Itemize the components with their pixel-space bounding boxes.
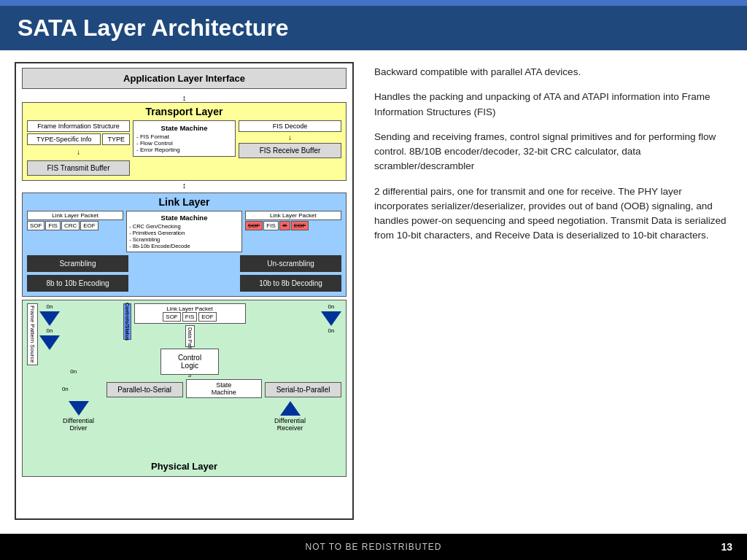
phy-data-path-col: Data Path Destination <box>185 325 195 347</box>
phy-fis: FIS <box>182 312 197 322</box>
transport-row: Frame Information Structure TYPE-Specifi… <box>27 120 341 176</box>
phy-top-section: Frame Pattern Source 0n 0n 0n <box>27 303 341 375</box>
on-label-6: 0n <box>27 386 104 392</box>
data-path-destination-label: Data Path Destination <box>185 325 195 347</box>
phy-sof: SOF <box>163 312 180 322</box>
controls-status-label: Controls/Status <box>123 303 131 340</box>
phy-link-packet-cells: SOF FIS EOF <box>136 312 244 322</box>
phy-left-top: Frame Pattern Source 0n 0n <box>27 303 60 365</box>
phy-right-section: 0n 0n <box>249 303 342 334</box>
transport-right-col: FIS Decode ↓ FIS Receive Buffer <box>239 120 341 158</box>
phy-state-machine-box: State Machine <box>186 379 263 398</box>
diagram-inner: Application Layer Interface ↕ Transport … <box>16 68 352 520</box>
physical-layer-title: Physical Layer <box>27 461 341 472</box>
frame-pattern-col: Frame Pattern Source <box>27 303 38 365</box>
on-label-4: 0n <box>328 303 335 310</box>
link-left-section: Link Layer Packet SOF FIS CRC EOF <box>27 211 123 230</box>
crc-cell-right: ✕ <box>279 221 290 230</box>
text-para-1: Backward compatible with parallel ATA de… <box>374 65 727 79</box>
link-sm-details: - CRC Gen/Checking - Primitives Generati… <box>129 223 239 249</box>
phy-eof: EOF <box>198 312 216 322</box>
crc-cell-left: CRC <box>61 221 80 230</box>
diff-driver-label: Differential Driver <box>27 417 130 432</box>
phy-state-machine-box-container: State Machine <box>186 379 263 398</box>
link-packet-label-left: Link Layer Packet <box>27 211 123 220</box>
phy-arrows-right: 0n 0n <box>321 303 341 334</box>
phy-link-packet-label: Link Layer Packet SOF FIS EOF <box>134 303 246 324</box>
type-specific-info-box: TYPE-Specific Info <box>27 133 101 145</box>
sof-cell-left: SOF <box>27 221 44 230</box>
physical-layer-box: Frame Pattern Source 0n 0n 0n <box>22 300 347 477</box>
link-state-machine-box: State Machine - CRC Gen/Checking - Primi… <box>126 211 242 252</box>
phy-serial-row: 0n Parallel-to-Serial State Machine Seri… <box>27 379 341 398</box>
phy-on-bottom-left: 0n <box>27 386 104 392</box>
app-layer-box: Application Layer Interface <box>22 68 347 89</box>
eof-cell-left: EOF <box>80 221 98 230</box>
type-row: TYPE-Specific Info TYPE <box>27 133 130 145</box>
sof-fis-row-right: SOF FIS ✕ EOF <box>245 221 341 230</box>
phy-center-section: Link Layer Packet SOF FIS EOF Data Path … <box>134 303 246 375</box>
transport-link-arrow: ↕ <box>22 181 347 190</box>
frame-pattern-label: Frame Pattern Source <box>27 303 38 365</box>
main-content: Application Layer Interface ↕ Transport … <box>0 50 747 532</box>
receive-arrow: ↓ <box>239 133 341 141</box>
app-layer-label: Application Layer Interface <box>123 73 245 84</box>
fis-decode-box: FIS Decode <box>239 120 341 132</box>
transport-left-col: Frame Information Structure TYPE-Specifi… <box>27 120 130 176</box>
serial-to-parallel-box: Serial-to-Parallel <box>265 382 341 397</box>
transport-sm-details: - FIS Format - Flow Control - Error Repo… <box>136 133 232 153</box>
on-label-5: 0n <box>328 327 335 334</box>
sof-cell-right: SOF <box>245 221 263 230</box>
link-layer-box: Link Layer Link Layer Packet SOF FIS CRC… <box>22 192 347 297</box>
encoding-box: 8b to 10b Encoding <box>27 275 128 292</box>
frame-info-structure-box: Frame Information Structure <box>27 120 130 132</box>
text-para-3: Sending and receiving frames, control si… <box>374 130 727 174</box>
text-para-2: Handles the packing and unpacking of ATA… <box>374 90 727 120</box>
transport-sm-title: State Machine <box>136 124 232 132</box>
controls-status-container: Controls/Status <box>123 303 131 340</box>
diff-receiver-triangle <box>280 401 301 416</box>
transport-layer-title: Transport Layer <box>27 106 341 117</box>
page-number: 13 <box>721 541 732 553</box>
transmit-arrow: ↓ <box>27 148 130 156</box>
fis-cell-right: FIS <box>263 221 278 230</box>
phy-serial-right: Serial-to-Parallel <box>265 381 341 397</box>
link-sm-title: State Machine <box>129 214 239 222</box>
bottom-bar: NOT TO BE REDISTRIBUTED 13 <box>0 534 747 560</box>
phy-serial-left: Parallel-to-Serial <box>107 381 183 397</box>
transport-layer-box: Transport Layer Frame Information Struct… <box>22 102 347 181</box>
sof-fis-row-left: SOF FIS CRC EOF <box>27 221 123 230</box>
decoding-box: 10b to 8b Decoding <box>240 275 341 292</box>
link-packet-label-right: Link Layer Packet <box>245 211 341 220</box>
diff-driver-triangle <box>69 401 89 416</box>
text-para-4: 2 differential pairs, one for transmit a… <box>374 184 727 244</box>
on-label-2: 0n <box>47 327 53 334</box>
link-scramble-row: Scrambling Un-scrambling <box>27 255 341 272</box>
fis-cell-left: FIS <box>45 221 60 230</box>
top-accent-bar <box>0 0 747 6</box>
control-logic-box: Control Logic <box>160 349 219 375</box>
diff-driver-section: Differential Driver <box>27 401 130 432</box>
text-panel: Backward compatible with parallel ATA de… <box>368 62 732 520</box>
fis-receive-buffer-box: FIS Receive Buffer <box>239 143 341 158</box>
blue-triangle-1 <box>39 311 60 326</box>
diff-receiver-label: Differential Receiver <box>239 417 341 432</box>
phy-left-section: Frame Pattern Source 0n 0n 0n <box>27 303 120 375</box>
diagram-panel: Application Layer Interface ↕ Transport … <box>15 62 354 520</box>
link-top-section: Link Layer Packet SOF FIS CRC EOF State … <box>27 211 341 252</box>
fis-transmit-buffer-box: FIS Transmit Buffer <box>27 160 130 176</box>
link-layer-title: Link Layer <box>27 196 341 208</box>
blue-triangle-3 <box>321 311 341 326</box>
type-box: TYPE <box>102 133 130 145</box>
phy-triangles-row: Differential Driver Differential Receive… <box>27 401 341 432</box>
scrambling-box: Scrambling <box>27 255 128 272</box>
link-right-section: Link Layer Packet SOF FIS ✕ EOF <box>245 211 341 230</box>
eof-cell-right: EOF <box>291 221 309 230</box>
app-transport-arrow: ↕ <box>22 93 347 102</box>
link-encode-row: 8b to 10b Encoding 10b to 8b Decoding <box>27 275 341 292</box>
link-center-section: State Machine - CRC Gen/Checking - Primi… <box>126 211 242 252</box>
transport-center-col: State Machine - FIS Format - Flow Contro… <box>133 120 236 157</box>
diff-receiver-section: Differential Receiver <box>239 401 341 432</box>
on-label-3: 0n <box>27 368 120 375</box>
blue-triangle-2 <box>39 335 60 350</box>
